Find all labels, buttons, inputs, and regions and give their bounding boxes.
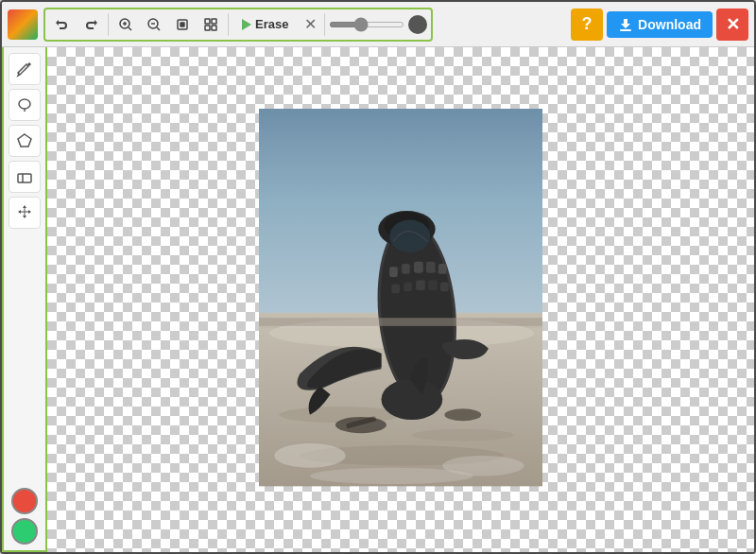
polygon-tool-button[interactable] [9, 125, 41, 157]
erase-play-icon [242, 19, 251, 30]
separator-1 [108, 13, 109, 36]
svg-point-45 [274, 443, 346, 468]
redo-button[interactable] [77, 11, 104, 38]
brush-size-indicator [408, 15, 427, 34]
zoom-out-button[interactable] [141, 11, 167, 38]
move-tool-button[interactable] [9, 197, 41, 229]
svg-rect-31 [426, 262, 436, 273]
clear-button[interactable]: ✕ [300, 14, 320, 35]
svg-point-41 [381, 379, 442, 420]
erase-label: Erase [255, 17, 288, 31]
image-container [259, 109, 542, 490]
separator-2 [228, 13, 229, 36]
svg-rect-48 [259, 319, 542, 327]
svg-point-24 [412, 429, 514, 441]
svg-point-47 [310, 468, 473, 484]
separator-3 [324, 13, 325, 36]
close-app-button[interactable]: ✕ [716, 9, 748, 41]
svg-rect-8 [180, 23, 184, 26]
svg-rect-13 [620, 29, 631, 31]
svg-rect-34 [404, 283, 412, 292]
erase-button[interactable]: Erase [232, 13, 298, 35]
airplane-image [259, 109, 542, 486]
zoom-in-button[interactable] [112, 11, 139, 38]
zoom-reset-button[interactable] [198, 11, 224, 38]
svg-rect-33 [391, 285, 400, 294]
toolbar-group: Erase ✕ [43, 8, 433, 42]
svg-point-40 [389, 220, 430, 253]
svg-point-43 [444, 409, 481, 422]
svg-rect-10 [212, 19, 216, 24]
right-toolbar: ? Download ✕ [571, 9, 748, 41]
background-color-button[interactable] [11, 518, 38, 545]
help-button[interactable]: ? [571, 9, 603, 41]
svg-rect-17 [18, 174, 31, 182]
undo-button[interactable] [49, 11, 76, 38]
svg-rect-9 [205, 19, 210, 24]
canvas-area[interactable] [47, 47, 754, 552]
brush-size-control [329, 15, 427, 34]
svg-line-6 [157, 27, 160, 30]
svg-line-3 [129, 27, 131, 30]
download-label: Download [638, 17, 701, 32]
svg-rect-35 [416, 281, 425, 291]
svg-rect-12 [212, 26, 216, 30]
svg-marker-16 [18, 134, 31, 147]
zoom-fit-button[interactable] [169, 11, 196, 38]
download-icon [618, 17, 633, 32]
eraser-tool-button[interactable] [9, 161, 41, 193]
download-button[interactable]: Download [607, 11, 713, 38]
left-sidebar [2, 47, 47, 552]
foreground-color-button[interactable] [11, 488, 38, 514]
app-container: Erase ✕ ? Download ✕ [0, 0, 756, 554]
main-area [2, 47, 754, 552]
svg-rect-36 [428, 281, 438, 291]
lasso-tool-button[interactable] [9, 89, 41, 121]
svg-rect-32 [438, 264, 447, 274]
svg-point-14 [19, 99, 30, 109]
app-logo [8, 9, 38, 40]
svg-rect-29 [402, 264, 410, 274]
draw-tool-button[interactable] [9, 53, 41, 85]
toolbar: Erase ✕ ? Download ✕ [2, 2, 754, 47]
svg-rect-37 [440, 283, 449, 292]
svg-rect-11 [205, 26, 210, 30]
brush-size-slider[interactable] [329, 22, 404, 27]
